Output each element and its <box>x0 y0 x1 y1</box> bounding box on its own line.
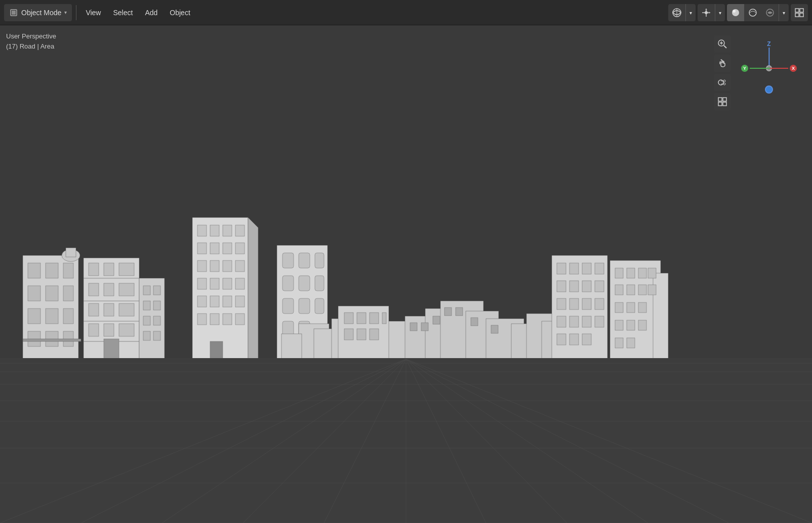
svg-rect-116 <box>299 276 310 291</box>
svg-point-215 <box>723 80 725 82</box>
svg-rect-114 <box>315 253 324 268</box>
object-mode-icon <box>9 8 18 17</box>
svg-rect-124 <box>281 334 302 359</box>
camera-tool-button[interactable] <box>714 74 731 91</box>
svg-rect-171 <box>557 334 566 345</box>
svg-rect-106 <box>210 314 219 325</box>
pan-tool-button[interactable] <box>714 55 731 72</box>
svg-rect-85 <box>197 225 207 236</box>
svg-rect-96 <box>235 260 245 272</box>
svg-rect-102 <box>210 296 219 307</box>
svg-rect-90 <box>210 243 219 254</box>
svg-rect-136 <box>370 329 379 340</box>
svg-rect-48 <box>28 309 40 324</box>
svg-rect-65 <box>104 303 114 316</box>
svg-rect-75 <box>139 278 165 359</box>
svg-rect-219 <box>718 98 722 101</box>
viewport-shading-dropdown[interactable]: ▾ <box>779 4 789 21</box>
svg-rect-80 <box>143 316 150 325</box>
svg-rect-134 <box>344 329 353 340</box>
viewport-shading-material-button[interactable] <box>744 4 761 21</box>
viewport-shading-group: ▾ <box>727 4 789 21</box>
svg-rect-107 <box>223 314 232 325</box>
svg-rect-135 <box>357 329 366 340</box>
svg-rect-45 <box>28 286 40 301</box>
toggle-quad-view-button[interactable] <box>791 4 808 21</box>
view-menu-button[interactable]: View <box>80 4 106 21</box>
svg-rect-42 <box>28 263 40 278</box>
add-label: Add <box>145 9 157 17</box>
svg-rect-79 <box>153 301 160 310</box>
svg-rect-91 <box>223 243 232 254</box>
scene-canvas <box>0 25 812 523</box>
svg-rect-59 <box>104 263 114 276</box>
svg-rect-61 <box>89 283 99 296</box>
svg-line-211 <box>724 46 726 48</box>
svg-rect-176 <box>638 268 646 278</box>
view-label: View <box>86 9 101 17</box>
svg-rect-95 <box>223 260 232 272</box>
svg-rect-104 <box>235 296 245 307</box>
svg-rect-89 <box>197 243 207 254</box>
viewport-overlays-dropdown[interactable]: ▾ <box>685 4 696 21</box>
viewport-overlays-group: ▾ <box>668 4 696 21</box>
gizmos-dropdown[interactable]: ▾ <box>715 4 725 21</box>
svg-rect-132 <box>370 313 379 324</box>
svg-rect-164 <box>570 298 579 310</box>
svg-rect-145 <box>410 323 417 331</box>
svg-rect-166 <box>595 298 604 310</box>
svg-rect-115 <box>282 276 294 291</box>
svg-rect-149 <box>456 308 463 316</box>
svg-rect-88 <box>235 225 245 236</box>
svg-rect-118 <box>282 298 294 314</box>
svg-rect-173 <box>582 334 591 345</box>
svg-rect-174 <box>615 268 623 278</box>
object-label: Object <box>170 9 190 17</box>
svg-rect-185 <box>615 320 623 330</box>
svg-rect-130 <box>344 313 353 324</box>
zoom-tool-button[interactable] <box>714 35 731 53</box>
viewport[interactable]: User Perspective (17) Road | Area <box>0 25 812 523</box>
y-axis-label[interactable]: Y <box>743 66 746 71</box>
svg-rect-78 <box>143 301 150 310</box>
object-mode-dropdown-icon: ▾ <box>64 10 67 15</box>
svg-rect-188 <box>615 338 623 348</box>
add-menu-button[interactable]: Add <box>140 4 163 21</box>
svg-rect-220 <box>723 98 726 101</box>
bottom-view-dot[interactable] <box>765 85 773 94</box>
svg-rect-150 <box>471 318 478 326</box>
svg-rect-120 <box>315 298 324 314</box>
svg-rect-160 <box>570 281 579 292</box>
viewport-shading-rendered-button[interactable] <box>761 4 779 21</box>
svg-point-7 <box>749 9 756 16</box>
svg-rect-108 <box>235 314 245 325</box>
svg-rect-159 <box>557 281 566 292</box>
viewport-overlays-button[interactable] <box>668 4 685 21</box>
object-mode-button[interactable]: Object Mode ▾ <box>4 4 72 21</box>
svg-rect-97 <box>197 278 207 289</box>
svg-rect-151 <box>491 325 498 333</box>
svg-rect-77 <box>153 286 160 295</box>
select-menu-button[interactable]: Select <box>108 4 138 21</box>
svg-rect-100 <box>235 278 245 289</box>
svg-rect-165 <box>582 298 591 310</box>
svg-rect-103 <box>223 296 232 307</box>
svg-rect-74 <box>104 339 119 359</box>
svg-rect-56 <box>66 248 76 257</box>
quad-view-tool-button[interactable] <box>714 93 731 110</box>
gizmos-group: ▾ <box>698 4 725 21</box>
object-menu-button[interactable]: Object <box>165 4 195 21</box>
svg-rect-49 <box>46 309 58 324</box>
object-mode-label: Object Mode <box>21 9 61 17</box>
svg-rect-177 <box>648 268 656 278</box>
svg-rect-69 <box>119 324 134 336</box>
viewport-shading-solid-button[interactable] <box>727 4 744 21</box>
x-axis-label[interactable]: X <box>792 66 795 71</box>
svg-rect-94 <box>210 260 219 272</box>
z-axis-label[interactable]: Z <box>767 40 770 48</box>
gizmos-button[interactable] <box>698 4 715 21</box>
svg-rect-64 <box>89 303 99 316</box>
svg-rect-105 <box>197 314 207 325</box>
svg-rect-66 <box>119 303 134 316</box>
top-toolbar: Object Mode ▾ View Select Add Object ▾ <box>0 0 812 25</box>
